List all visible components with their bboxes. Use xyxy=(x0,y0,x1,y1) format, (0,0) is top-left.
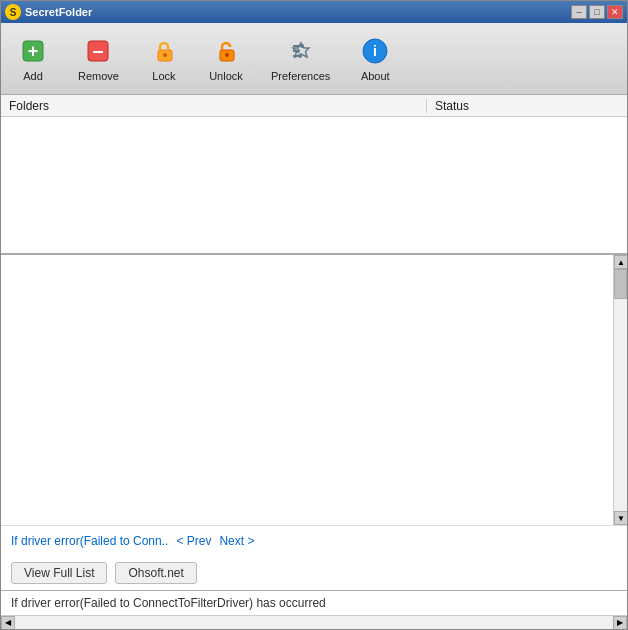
lock-label: Lock xyxy=(152,70,175,82)
column-folders: Folders xyxy=(1,99,427,113)
lower-panel: ▲ ▼ If driver error(Failed to Conn.. < P… xyxy=(1,255,627,590)
scroll-track xyxy=(614,269,627,511)
scroll-left-button[interactable]: ◀ xyxy=(1,616,15,630)
scroll-thumb[interactable] xyxy=(614,269,627,299)
toolbar: + Add – Remove Lock xyxy=(1,23,627,95)
table-header: Folders Status xyxy=(1,95,627,117)
svg-point-7 xyxy=(225,53,229,57)
ohsoft-button[interactable]: Ohsoft.net xyxy=(115,562,196,584)
main-window: S SecretFolder – □ ✕ + Add – xyxy=(0,0,628,630)
svg-text:–: – xyxy=(93,39,104,61)
scroll-right-button[interactable]: ▶ xyxy=(613,616,627,630)
button-area: View Full List Ohsoft.net xyxy=(1,556,627,590)
table-body xyxy=(1,117,627,253)
title-bar-left: S SecretFolder xyxy=(5,4,92,20)
app-icon: S xyxy=(5,4,21,20)
unlock-button[interactable]: Unlock xyxy=(196,27,256,90)
about-label: About xyxy=(361,70,390,82)
close-button[interactable]: ✕ xyxy=(607,5,623,19)
lock-icon xyxy=(148,35,180,67)
svg-point-11 xyxy=(300,44,304,48)
unlock-label: Unlock xyxy=(209,70,243,82)
lower-scroll-area xyxy=(1,255,627,525)
remove-icon: – xyxy=(82,35,114,67)
prev-link[interactable]: < Prev xyxy=(176,534,211,548)
svg-point-13 xyxy=(298,54,302,58)
scroll-h-track xyxy=(15,616,613,629)
svg-text:i: i xyxy=(373,43,377,59)
window-title: SecretFolder xyxy=(25,6,92,18)
maximize-button[interactable]: □ xyxy=(589,5,605,19)
title-bar: S SecretFolder – □ ✕ xyxy=(1,1,627,23)
table-area: Folders Status xyxy=(1,95,627,255)
remove-button[interactable]: – Remove xyxy=(65,27,132,90)
add-label: Add xyxy=(23,70,43,82)
svg-text:+: + xyxy=(28,41,39,61)
minimize-button[interactable]: – xyxy=(571,5,587,19)
about-button[interactable]: i About xyxy=(345,27,405,90)
main-content: Folders Status ▲ ▼ xyxy=(1,95,627,629)
view-full-list-button[interactable]: View Full List xyxy=(11,562,107,584)
status-bar: If driver error(Failed to ConnectToFilte… xyxy=(1,590,627,615)
preferences-label: Preferences xyxy=(271,70,330,82)
unlock-icon xyxy=(210,35,242,67)
svg-point-5 xyxy=(163,53,167,57)
add-icon: + xyxy=(17,35,49,67)
scroll-up-button[interactable]: ▲ xyxy=(614,255,627,269)
about-icon: i xyxy=(359,35,391,67)
error-link[interactable]: If driver error(Failed to Conn.. xyxy=(11,534,168,548)
lower-content xyxy=(1,255,627,525)
vertical-scrollbar[interactable]: ▲ ▼ xyxy=(613,255,627,525)
error-link-area: If driver error(Failed to Conn.. < Prev … xyxy=(1,525,627,556)
column-status: Status xyxy=(427,99,627,113)
horizontal-scrollbar[interactable]: ◀ ▶ xyxy=(1,615,627,629)
lock-button[interactable]: Lock xyxy=(134,27,194,90)
preferences-icon xyxy=(285,35,317,67)
status-message: If driver error(Failed to ConnectToFilte… xyxy=(11,596,326,610)
next-link[interactable]: Next > xyxy=(219,534,254,548)
add-button[interactable]: + Add xyxy=(3,27,63,90)
title-buttons: – □ ✕ xyxy=(571,5,623,19)
scroll-down-button[interactable]: ▼ xyxy=(614,511,627,525)
remove-label: Remove xyxy=(78,70,119,82)
svg-point-12 xyxy=(296,49,300,53)
preferences-button[interactable]: Preferences xyxy=(258,27,343,90)
